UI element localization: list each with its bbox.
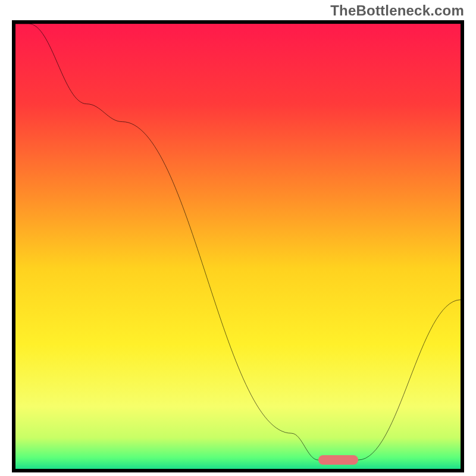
watermark-text: TheBottleneck.com [330,2,464,19]
bottleneck-curve [15,24,461,469]
plot-area [12,20,464,472]
chart-frame: TheBottleneck.com [0,0,476,476]
optimal-range-marker [318,455,358,465]
